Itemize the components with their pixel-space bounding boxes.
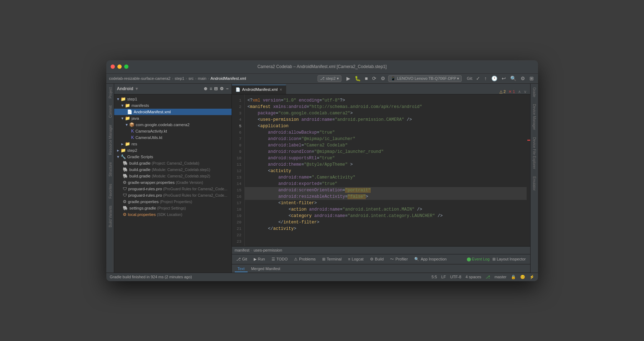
minimize-button[interactable] xyxy=(117,64,122,69)
tree-item-label: CameraUtils.kt xyxy=(136,135,162,140)
tree-item-label: step2 xyxy=(127,148,137,153)
vtab-grade[interactable]: Grade xyxy=(531,84,538,101)
traffic-lights xyxy=(111,64,128,69)
tree-item-androidmanifest[interactable]: 📄 AndroidManifest.xml xyxy=(114,109,232,115)
panel-filter-icon[interactable]: ⊟ xyxy=(214,86,218,91)
tree-item-res[interactable]: ▸ 📁 res xyxy=(114,141,232,147)
bottom-tab-terminal[interactable]: ⊞ Terminal xyxy=(319,255,345,263)
git-push[interactable]: ↑ xyxy=(483,75,488,82)
maximize-button[interactable] xyxy=(124,64,128,69)
tree-item-settings-gradle[interactable]: 🐘 settings.gradle (Project Settings) xyxy=(114,205,232,211)
breadcrumb-sep-2: › xyxy=(186,76,187,81)
panel-settings-icon[interactable]: ⚙ xyxy=(220,86,224,91)
breadcrumb-src[interactable]: src xyxy=(188,76,194,81)
vtab-emulator[interactable]: Emulator xyxy=(531,173,538,194)
bottom-tab-git[interactable]: ⎇ Git xyxy=(233,255,250,263)
breadcrumb-sep-1: › xyxy=(172,76,173,81)
settings-button[interactable]: ⚙ xyxy=(379,75,387,82)
scrollbar-gutter[interactable] xyxy=(527,94,530,246)
debug-button[interactable]: 🐛 xyxy=(353,75,362,82)
tree-item-label: build.gradle (Project: Camera2_Codelab) xyxy=(130,161,199,165)
editor-tab-manifest[interactable]: 📄 AndroidManifest.xml ✕ xyxy=(232,85,286,94)
tree-item-build-gradle-step1[interactable]: 🐘 build.gradle (Module: Camera2_Codelab.… xyxy=(114,166,232,173)
tree-item-label: settings.gradle (Project Settings) xyxy=(130,206,186,210)
vtab-favorites[interactable]: Favorites xyxy=(106,180,114,202)
gradle-file-icon: 🐘 xyxy=(123,174,128,179)
stop-button[interactable]: ■ xyxy=(364,75,369,82)
tree-item-build-gradle-project[interactable]: 🐘 build.gradle (Project: Camera2_Codelab… xyxy=(114,160,232,166)
status-message: Gradle build finished in 924 ms (2 minut… xyxy=(110,275,192,279)
bottom-tab-build[interactable]: ⚙ Build xyxy=(367,255,386,263)
tab-close-icon[interactable]: ✕ xyxy=(279,88,282,92)
search-button[interactable]: 🔍 xyxy=(509,75,518,82)
tree-item-label: com.google.codelab.camera2 xyxy=(136,123,190,127)
tree-item-local-properties[interactable]: ⚙ local.properties (SDK Location) xyxy=(114,211,232,218)
vtab-device-file-explorer[interactable]: Device File Explorer xyxy=(531,134,538,172)
tree-item-gradle-scripts[interactable]: ▾ 🔧 Gradle Scripts xyxy=(114,154,232,160)
tree-item-build-gradle-step2[interactable]: 🐘 build.gradle (Module: Camera2_Codelab.… xyxy=(114,173,232,179)
device-label: LENOVO Lenovo TB-Q706F-DPP ▾ xyxy=(397,76,459,81)
tree-item-package[interactable]: ▾ 📦 com.google.codelab.camera2 xyxy=(114,122,232,128)
tree-item-camera-utils[interactable]: K CameraUtils.kt xyxy=(114,134,232,141)
close-button[interactable] xyxy=(111,64,115,69)
tree-item-camera-activity[interactable]: K CameraActivity.kt xyxy=(114,128,232,134)
run-button[interactable]: ▶ xyxy=(345,75,352,82)
panel-expand-icon[interactable]: ≡ xyxy=(209,86,212,91)
package-icon: 📦 xyxy=(129,122,135,127)
bottom-tab-profiler[interactable]: 〜 Profiler xyxy=(387,255,411,263)
tree-item-gradle-wrapper[interactable]: ⚙ gradle-wrapper.properties (Gradle Vers… xyxy=(114,179,232,186)
undo-button[interactable]: ↩ xyxy=(500,75,507,82)
android-dropdown-icon[interactable]: ▾ xyxy=(136,86,138,91)
breadcrumb-step1[interactable]: step1 xyxy=(175,76,184,81)
layout-inspector-button[interactable]: ⊞ Layout Inspector xyxy=(492,257,526,262)
history-button[interactable]: 🕐 xyxy=(490,75,499,82)
breadcrumb-main[interactable]: main xyxy=(198,76,207,81)
vtab-device-manager[interactable]: Device Manager xyxy=(531,100,538,134)
bottom-tab-app-inspection[interactable]: 🔍 App Inspection xyxy=(411,255,450,263)
code-content[interactable]: <?xml version="1.0" encoding="utf-8"?> <… xyxy=(245,94,527,246)
content-tab-text[interactable]: Text xyxy=(235,266,248,272)
tree-item-label: res xyxy=(132,142,137,146)
bottom-tab-problems[interactable]: ⚠ Problems xyxy=(291,255,318,263)
bottom-tab-logcat[interactable]: ≡ Logcat xyxy=(345,255,366,263)
panel-locate-icon[interactable]: ⊕ xyxy=(204,86,207,91)
tree-item-manifests[interactable]: ▾ 📁 manifests xyxy=(114,102,232,109)
sync-button[interactable]: ⟳ xyxy=(371,75,378,82)
code-line-8: android:allowBackup="true" xyxy=(245,129,527,136)
encoding-label: UTF-8 xyxy=(450,275,461,279)
code-line-23: </intent-filter> xyxy=(245,219,527,226)
branch-dropdown[interactable]: ⎇ step2 ▾ xyxy=(318,75,341,82)
breadcrumb-file[interactable]: AndroidManifest.xml xyxy=(211,76,246,81)
vtab-resource-manager[interactable]: Resource Manager xyxy=(106,121,114,159)
bottom-tab-label: TODO xyxy=(277,257,288,261)
statusbar: Gradle build finished in 924 ms (2 minut… xyxy=(106,273,538,281)
tree-item-step1[interactable]: ▾ 📁 step1 xyxy=(114,96,232,102)
code-editor[interactable]: 1 2 3 4 5 6 7 8 9 10 11 12 13 14 15 16 1 xyxy=(232,94,530,246)
device-dropdown[interactable]: 📱 LENOVO Lenovo TB-Q706F-DPP ▾ xyxy=(388,75,462,82)
settings2-button[interactable]: ⚙ xyxy=(519,75,527,82)
breadcrumb-project[interactable]: codelab-resizable-surface-camera2 xyxy=(109,76,171,81)
vtab-build-variants[interactable]: Build Variants xyxy=(106,202,114,231)
event-log-button[interactable]: ⬤ Event Log xyxy=(467,257,490,262)
editor-area: 📄 AndroidManifest.xml ✕ △ 2 ✕ 1 ∧ ∨ 1 2 … xyxy=(232,84,530,273)
chevron-right-icon: ▸ xyxy=(117,148,119,153)
code-line-22: <category android:name="android.intent.c… xyxy=(245,213,527,219)
layout-button[interactable]: ⊞ xyxy=(528,75,535,82)
tree-item-java[interactable]: ▾ 📁 java xyxy=(114,115,232,122)
vtab-project[interactable]: Project xyxy=(106,84,114,102)
git-commit[interactable]: ✓ xyxy=(475,75,482,82)
bottom-tool-tabs: ⎇ Git ▶ Run ☰ TODO ⚠ Problems xyxy=(232,254,530,264)
vtab-structure[interactable]: Structure xyxy=(106,159,114,180)
tree-item-proguard-step2[interactable]: 🛡 proguard-rules.pro (ProGuard Rules for… xyxy=(114,192,232,198)
bottom-tab-label: Run xyxy=(258,257,265,261)
vtab-commit[interactable]: Commit xyxy=(106,102,114,121)
bottom-tab-todo[interactable]: ☰ TODO xyxy=(269,255,291,263)
tree-item-proguard-step1[interactable]: 🛡 proguard-rules.pro (ProGuard Rules for… xyxy=(114,186,232,192)
tree-item-gradle-properties[interactable]: ⚙ gradle.properties (Project Properties) xyxy=(114,198,232,205)
tree-item-step2[interactable]: ▸ 📁 step2 xyxy=(114,147,232,154)
content-tab-merged-manifest[interactable]: Merged Manifest xyxy=(248,266,283,272)
code-line-11: android:roundIcon="@mipmap/ic_launcher_r… xyxy=(245,149,527,155)
bottom-tab-run[interactable]: ▶ Run xyxy=(251,255,268,263)
panel-close-icon[interactable]: − xyxy=(226,86,228,91)
branch-label: step2 ▾ xyxy=(326,76,339,81)
